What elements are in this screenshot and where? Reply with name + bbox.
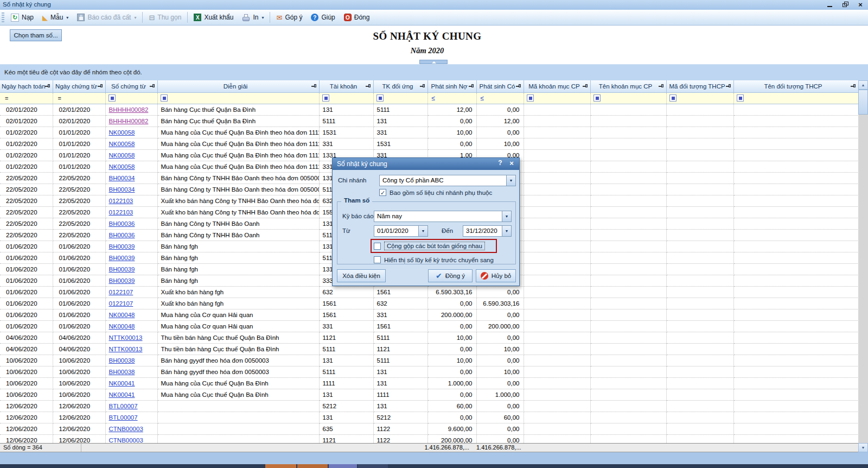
scrollbar-thumb[interactable] (858, 90, 868, 115)
column-header-11[interactable]: Mã đối tượng THCP (666, 80, 733, 92)
chevron-down-icon[interactable]: ▼ (502, 211, 511, 222)
filter-button-icon[interactable] (669, 94, 676, 102)
filter-cell-1[interactable]: = (0, 92, 53, 104)
equals-operator-icon[interactable]: = (2, 95, 8, 102)
filter-cell-2[interactable]: = (53, 92, 105, 104)
document-link[interactable]: BH00039 (109, 266, 135, 273)
document-link[interactable]: BH00034 (109, 175, 135, 181)
document-link[interactable]: NK00048 (109, 323, 135, 330)
document-link[interactable]: 0122103 (109, 209, 133, 216)
close-button[interactable]: × (856, 1, 865, 9)
document-link[interactable]: BH00036 (109, 232, 135, 238)
filter-cell-12[interactable] (733, 92, 858, 104)
less-equal-operator-icon[interactable]: ≤ (479, 94, 484, 102)
column-header-6[interactable]: TK đối ứng (373, 80, 427, 92)
toolbar-button-xuat-khau[interactable]: XXuất khẩu (189, 11, 238, 24)
document-link[interactable]: NK00058 (109, 163, 135, 170)
column-header-7[interactable]: Phát sinh Nợ (427, 80, 476, 92)
filter-button-icon[interactable] (376, 94, 384, 102)
to-date-picker[interactable]: 31/12/2020 ▼ (463, 225, 512, 237)
filter-cell-6[interactable] (373, 92, 427, 104)
document-link[interactable]: BH00039 (109, 255, 135, 261)
toolbar-button-dong[interactable]: OĐóng (340, 11, 374, 24)
filter-cell-7[interactable]: ≤ (427, 92, 476, 104)
document-link[interactable]: 0122107 (109, 289, 133, 295)
document-link[interactable]: BH00038 (109, 357, 135, 364)
scroll-down-button[interactable]: ▼ (858, 443, 868, 452)
column-header-2[interactable]: Ngày chứng từ (53, 80, 105, 92)
document-link[interactable]: NK00058 (109, 129, 135, 136)
column-header-10[interactable]: Tên khoản mục CP (590, 80, 666, 92)
dialog-help-icon[interactable]: ? (496, 159, 505, 168)
column-header-8[interactable]: Phát sinh Có (476, 80, 524, 92)
column-header-3[interactable]: Số chứng từ (105, 80, 157, 92)
document-link[interactable]: BHHHH00082 (109, 106, 149, 113)
document-link[interactable]: NTTK00013 (109, 334, 143, 341)
toolbar-button-giup[interactable]: ?Giúp (307, 11, 339, 24)
document-link[interactable]: NTTK00013 (109, 346, 143, 352)
filter-cell-10[interactable] (590, 92, 666, 104)
document-link[interactable]: BH00039 (109, 243, 135, 250)
column-header-4[interactable]: Diễn giải (157, 80, 319, 92)
branch-combobox[interactable]: Công ty Cổ phần ABC ▼ (379, 175, 516, 186)
filter-cell-8[interactable]: ≤ (476, 92, 524, 104)
filter-cell-4[interactable] (157, 92, 319, 104)
document-link[interactable]: CTNB00003 (109, 437, 143, 444)
minimize-button[interactable] (826, 1, 834, 9)
toolbar-button-gop-y[interactable]: ✉Góp ý (272, 11, 307, 24)
toolbar-button-in[interactable]: In▾ (238, 11, 268, 24)
document-link[interactable]: NK00058 (109, 141, 135, 147)
chevron-down-icon[interactable]: ▼ (502, 226, 511, 236)
document-link[interactable]: NK00041 (109, 391, 135, 398)
filter-button-icon[interactable] (593, 94, 601, 102)
checkbox-unchecked-icon[interactable] (374, 256, 381, 263)
document-link[interactable]: BH00034 (109, 186, 135, 193)
document-link[interactable]: BH00038 (109, 369, 135, 375)
clear-conditions-button[interactable]: Xóa điều kiện (337, 269, 386, 282)
group-by-band[interactable]: Kéo một tiêu đề cột vào đây để nhóm theo… (0, 64, 868, 80)
filter-button-icon[interactable] (527, 94, 534, 102)
column-header-5[interactable]: Tài khoản (319, 80, 373, 92)
filter-button-icon[interactable] (322, 94, 329, 102)
document-link[interactable]: BHHHH00082 (109, 118, 149, 124)
equals-operator-icon[interactable]: = (55, 95, 61, 102)
less-equal-operator-icon[interactable]: ≤ (430, 94, 436, 102)
checkbox-checked-icon[interactable]: ✓ (379, 189, 386, 196)
column-header-1[interactable]: Ngày hạch toán (0, 80, 53, 92)
from-date-picker[interactable]: 01/01/2020 ▼ (374, 225, 428, 237)
include-branch-checkbox[interactable]: ✓ Bao gồm số liệu chi nhánh phụ thuộc (379, 189, 492, 196)
chevron-down-icon[interactable]: ▼ (418, 226, 427, 236)
merge-entries-checkbox[interactable] (374, 243, 381, 250)
document-link[interactable]: 0122107 (109, 300, 133, 307)
document-link[interactable]: BTL00007 (109, 403, 138, 409)
cancel-button[interactable]: Hủy bỏ (476, 269, 516, 282)
filter-button-icon[interactable] (737, 94, 744, 102)
collapse-splitter-button[interactable] (419, 60, 448, 64)
column-header-9[interactable]: Mã khoản mục CP (524, 80, 590, 92)
document-link[interactable]: NK00058 (109, 152, 135, 159)
dialog-close-icon[interactable]: × (507, 159, 516, 168)
vertical-scrollbar[interactable]: ▲ ▼ (858, 80, 868, 452)
filter-button-icon[interactable] (108, 94, 116, 102)
toolbar-button-mau[interactable]: ◣Mẫu▾ (38, 11, 73, 24)
document-link[interactable]: BTL00007 (109, 414, 138, 421)
restore-button[interactable] (841, 1, 850, 9)
filter-button-icon[interactable] (161, 94, 168, 102)
filter-cell-3[interactable] (105, 92, 157, 104)
document-link[interactable]: CTNB00003 (109, 426, 143, 432)
period-combobox[interactable]: Năm nay ▼ (374, 211, 512, 222)
carry-forward-checkbox[interactable]: Hiển thị số lũy kế kỳ trước chuyển sang (374, 256, 494, 263)
scroll-up-button[interactable]: ▲ (858, 80, 868, 90)
ok-button[interactable]: ✔ Đồng ý (428, 269, 473, 282)
document-link[interactable]: NK00048 (109, 312, 135, 318)
column-header-12[interactable]: Tên đối tượng THCP (733, 80, 858, 92)
document-link[interactable]: BH00036 (109, 220, 135, 227)
filter-cell-9[interactable] (524, 92, 590, 104)
filter-cell-5[interactable] (319, 92, 373, 104)
document-link[interactable]: 0122103 (109, 198, 133, 204)
toolbar-button-nap[interactable]: ↻Nạp (7, 11, 38, 24)
filter-cell-11[interactable] (666, 92, 733, 104)
document-link[interactable]: NK00041 (109, 380, 135, 387)
document-link[interactable]: BH00039 (109, 277, 135, 284)
chevron-down-icon[interactable]: ▼ (506, 175, 515, 186)
